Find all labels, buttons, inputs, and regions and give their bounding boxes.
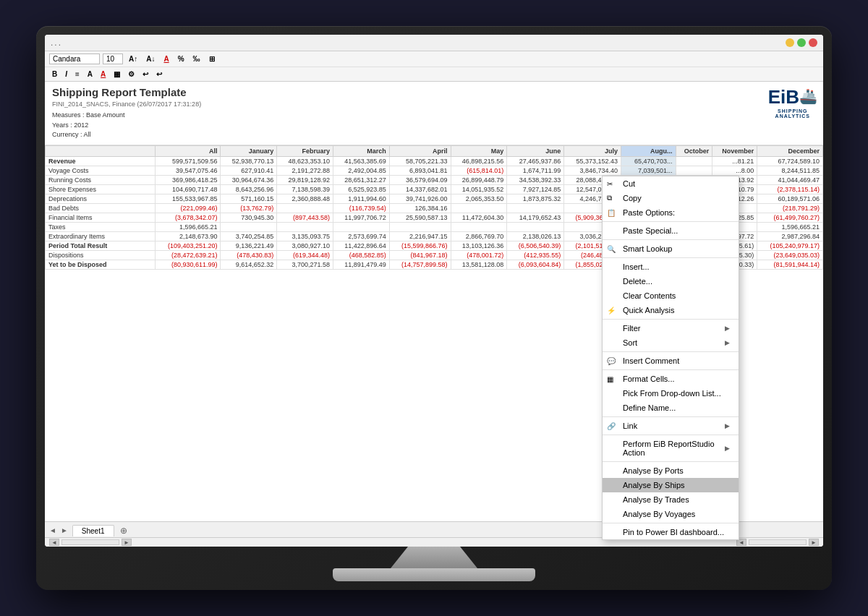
undo-btn[interactable]: ↩ xyxy=(140,69,151,80)
ctx-menu-item[interactable]: Analyse By Ports xyxy=(603,463,739,478)
ctx-menu-item[interactable]: Filter▶ xyxy=(603,321,739,335)
align-btn[interactable]: ≡ xyxy=(72,69,82,80)
ctx-menu-item[interactable]: Pin to Power BI dashboard... xyxy=(603,525,739,539)
per-mille-btn[interactable]: ‰ xyxy=(190,54,203,64)
minimize-btn[interactable] xyxy=(786,38,794,47)
cell-value: 41,044,469.47 xyxy=(757,175,823,184)
maximize-btn[interactable] xyxy=(797,38,806,47)
nav-right-btn[interactable]: ► xyxy=(59,526,69,534)
cell-value: (615,814.01) xyxy=(451,166,507,175)
cell-value: 52,938,770.13 xyxy=(221,156,277,166)
highlight-btn[interactable]: A xyxy=(98,69,109,80)
settings-btn[interactable]: ⚙ xyxy=(125,69,137,80)
cell-value: 571,160.15 xyxy=(221,194,277,203)
cell-value: 25,590,587.13 xyxy=(389,213,451,222)
col-header-label xyxy=(46,145,156,156)
ctx-menu-item[interactable]: Analyse By Trades xyxy=(603,492,739,507)
monitor-stand-neck xyxy=(391,547,477,568)
scroll-area-left: ◄ ► xyxy=(49,539,132,546)
font-decrease-btn[interactable]: A↓ xyxy=(143,54,158,64)
cell-value: 2,492,004.85 xyxy=(333,166,390,175)
ribbon-font-row: A↑ A↓ A % ‰ ⊞ xyxy=(45,51,823,67)
cell-value: (81,591,944.14) xyxy=(757,260,823,269)
row-label: Dispositions xyxy=(46,250,156,260)
cell-value: 627,910.41 xyxy=(221,166,277,175)
ctx-item-label: Insert Comment xyxy=(623,356,679,365)
ctx-menu-item[interactable]: Analyse By Ships xyxy=(603,478,739,492)
scroll-down-btn[interactable]: ► xyxy=(809,539,819,546)
font-color-btn[interactable]: A xyxy=(161,54,171,64)
cell-value: 3,080,927.10 xyxy=(277,241,333,250)
font-a-btn[interactable]: A xyxy=(85,69,95,80)
ctx-item-icon: ⚡ xyxy=(607,307,616,315)
ctx-item-label: Copy xyxy=(623,194,642,202)
ctx-menu-item[interactable]: ▦Format Cells... xyxy=(603,372,739,386)
cell-value: (61,499,760.27) xyxy=(757,213,823,222)
cell-value: 60,189,571.06 xyxy=(757,194,823,203)
nav-arrows: ◄ ► xyxy=(48,526,69,534)
ctx-item-label: Delete... xyxy=(623,277,652,286)
cell-value: (218,791.29) xyxy=(757,203,823,213)
ctx-item-icon: 🔍 xyxy=(607,245,616,253)
ctx-menu-item[interactable]: Clear Contents xyxy=(603,288,739,303)
ctx-item-label: Pick From Drop-down List... xyxy=(623,389,721,398)
ctx-menu-item[interactable]: Sort▶ xyxy=(603,335,739,350)
ctx-item-label: Clear Contents xyxy=(623,291,676,300)
ctx-menu-item[interactable]: Paste Special... xyxy=(603,223,739,238)
scroll-left-btn[interactable]: ◄ xyxy=(49,539,59,546)
ctx-item-icon: 🔗 xyxy=(607,422,616,430)
ctx-menu-item[interactable]: Analyse By Voyages xyxy=(603,507,739,521)
ctx-item-label: Format Cells... xyxy=(623,375,675,383)
ctx-menu-item[interactable]: Insert... xyxy=(603,260,739,274)
cell-value: (13,762.79) xyxy=(221,203,277,213)
ctx-menu-item[interactable]: Define Name... xyxy=(603,401,739,415)
cell-value: 2,138,026.13 xyxy=(507,231,564,241)
italic-btn[interactable]: I xyxy=(62,69,70,80)
ctx-menu-item[interactable]: Delete... xyxy=(603,274,739,288)
font-increase-btn[interactable]: A↑ xyxy=(126,54,140,64)
cell-value: 55,373,152.43 xyxy=(564,156,621,166)
cell-value xyxy=(333,222,390,231)
cell-value: 9,136,221.49 xyxy=(221,241,277,250)
scroll-right-btn[interactable]: ► xyxy=(122,539,132,546)
ctx-menu-item[interactable]: Perform EiB ReportStudio Action▶ xyxy=(603,437,739,460)
cell-value: 41,563,385.69 xyxy=(333,156,390,166)
ctx-menu-item[interactable]: 💬Insert Comment xyxy=(603,354,739,368)
col-header-aug: Augu... xyxy=(621,145,676,156)
col-header-mar: March xyxy=(333,145,390,156)
font-name-input[interactable] xyxy=(49,54,100,64)
ctx-menu-item[interactable]: 🔗Link▶ xyxy=(603,419,739,433)
border-btn[interactable]: ▦ xyxy=(111,69,123,80)
grid-btn[interactable]: ⊞ xyxy=(206,54,218,64)
ctx-menu-item[interactable]: ⚡Quick Analysis xyxy=(603,303,739,317)
cell-value: 2,191,272.88 xyxy=(277,166,333,175)
close-btn[interactable] xyxy=(809,38,817,47)
scrollbar-track-v[interactable] xyxy=(749,539,807,545)
font-size-input[interactable] xyxy=(103,54,123,64)
ctx-menu-item[interactable]: ✂Cut xyxy=(603,176,739,191)
scrollbar-track[interactable] xyxy=(61,539,119,545)
add-sheet-btn[interactable]: ⊕ xyxy=(116,524,132,537)
cell-value: 730,945.30 xyxy=(221,213,277,222)
ctx-item-label: Analyse By Ports xyxy=(623,466,684,475)
redo-btn[interactable]: ↩ xyxy=(153,69,165,80)
ctx-item-label: Define Name... xyxy=(623,403,676,412)
sheet-tab-sheet1[interactable]: Sheet1 xyxy=(72,525,114,536)
ctx-menu-item[interactable]: Pick From Drop-down List... xyxy=(603,386,739,401)
cell-value xyxy=(277,222,333,231)
bold-btn[interactable]: B xyxy=(49,69,60,80)
ctx-item-icon: ✂ xyxy=(607,180,613,188)
row-label: Financial Items xyxy=(46,213,156,222)
ctx-menu-item[interactable]: 📋Paste Options: xyxy=(603,205,739,220)
cell-value: (109,403,251.20) xyxy=(155,241,221,250)
ctx-submenu-arrow: ▶ xyxy=(725,325,730,332)
percent-btn[interactable]: % xyxy=(175,54,187,64)
ctx-item-label: Analyse By Voyages xyxy=(623,510,695,518)
excel-app: ... A↑ A↓ A % ‰ ⊞ xyxy=(45,35,823,547)
cell-value: 7,927,124.85 xyxy=(507,184,564,194)
ctx-menu-item[interactable]: 🔍Smart Lookup xyxy=(603,241,739,256)
row-label: Yet to be Disposed xyxy=(46,260,156,269)
nav-left-btn[interactable]: ◄ xyxy=(48,526,58,534)
cell-value: 29,819,128.92 xyxy=(277,175,333,184)
ctx-menu-item[interactable]: ⧉Copy xyxy=(603,191,739,205)
